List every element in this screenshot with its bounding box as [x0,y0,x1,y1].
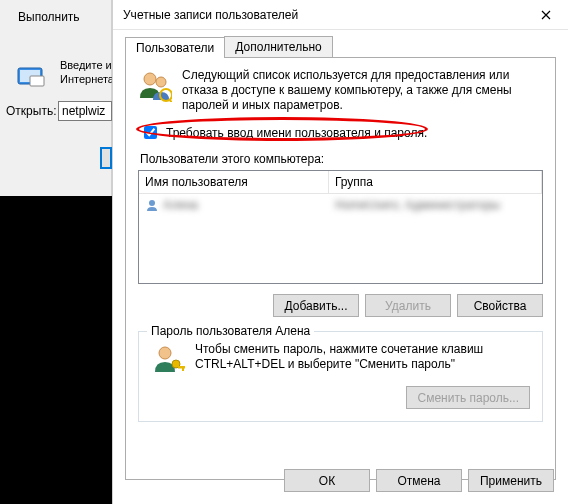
run-open-input[interactable] [58,101,112,121]
svg-point-8 [159,347,171,359]
require-login-label[interactable]: Требовать ввод имени пользователя и паро… [166,126,427,140]
svg-rect-2 [30,76,44,86]
password-groupbox: Пароль пользователя Алена Чтобы сменить … [138,331,543,422]
properties-button[interactable]: Свойства [457,294,543,317]
run-icon [16,60,48,92]
run-open-label: Открыть: [6,104,56,118]
close-button[interactable] [523,0,568,30]
svg-point-3 [144,73,156,85]
users-blurb: Следующий список используется для предос… [182,68,543,113]
titlebar: Учетные записи пользователей [113,0,568,30]
dialog-title: Учетные записи пользователей [123,8,523,22]
require-login-checkbox[interactable] [144,126,157,139]
user-buttons-row: Добавить... Удалить Свойства [138,294,543,317]
run-title: Выполнить [18,10,80,24]
ok-button[interactable]: ОК [284,469,370,492]
cell-username: Алена [163,198,198,212]
password-instructions: Чтобы сменить пароль, нажмите сочетание … [195,342,530,372]
svg-rect-11 [182,366,184,371]
run-ok-button-edge[interactable] [100,147,112,169]
user-accounts-dialog: Учетные записи пользователей Пользовател… [112,0,568,504]
user-icon [145,198,159,212]
dialog-buttons: ОК Отмена Применить [284,469,554,492]
tabs: Пользователи Дополнительно [125,36,556,58]
svg-point-7 [149,200,155,206]
change-password-button: Сменить пароль... [406,386,530,409]
users-list-label: Пользователи этого компьютера: [140,152,543,166]
svg-point-4 [156,77,166,87]
remove-button: Удалить [365,294,451,317]
close-icon [541,10,551,20]
add-button[interactable]: Добавить... [273,294,359,317]
users-icon [138,68,172,102]
password-group-title: Пароль пользователя Алена [147,324,314,338]
run-hint: Введите им Интернета, [60,58,119,86]
listview-header: Имя пользователя Группа [139,171,542,194]
tab-users[interactable]: Пользователи [125,37,225,58]
password-icon [151,342,185,376]
apply-button[interactable]: Применить [468,469,554,492]
require-login-row: Требовать ввод имени пользователя и паро… [140,123,543,142]
col-username[interactable]: Имя пользователя [139,171,329,193]
cell-group: HomeUsers; Администраторы [335,198,500,212]
tab-body-users: Следующий список используется для предос… [125,58,556,480]
cancel-button[interactable]: Отмена [376,469,462,492]
col-group[interactable]: Группа [329,171,542,193]
run-dialog: Выполнить Введите им Интернета, Открыть: [0,0,112,196]
tab-advanced[interactable]: Дополнительно [224,36,332,57]
table-row[interactable]: Алена HomeUsers; Администраторы [139,194,542,216]
users-listview[interactable]: Имя пользователя Группа Алена HomeUsers;… [138,170,543,284]
